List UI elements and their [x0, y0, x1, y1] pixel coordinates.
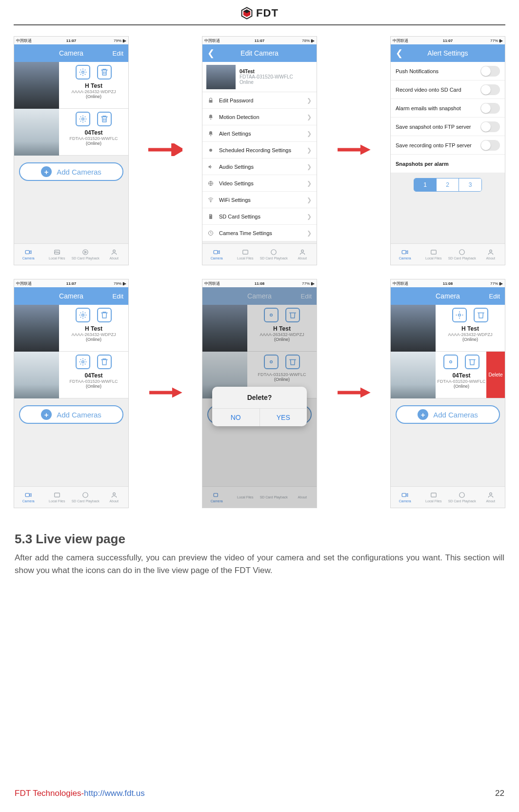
tab-about[interactable]: About [100, 487, 129, 508]
chevron-right-icon: ❯ [307, 130, 312, 137]
gear-icon[interactable] [76, 308, 90, 322]
alert-row-record[interactable]: Record video onto SD Card [391, 80, 505, 99]
nav-edit-button[interactable]: Edit [113, 50, 123, 57]
dialog-no-button[interactable]: NO [212, 409, 260, 426]
setting-wifi-settings[interactable]: WiFi Settings❯ [202, 192, 317, 208]
svg-point-17 [301, 250, 303, 252]
toggle-switch[interactable] [480, 84, 500, 95]
status-bar: 中国联通 11:07 78% ▮▸ [202, 37, 317, 44]
trash-icon[interactable] [474, 308, 488, 322]
tab-camera[interactable]: Camera [14, 244, 43, 265]
nav-edit-button[interactable]: Edit [489, 293, 500, 300]
camera-card[interactable]: 04Test FDTAA-031520-WWFLC (Online) [14, 109, 128, 156]
setting-audio-settings[interactable]: Audio Settings❯ [202, 158, 317, 175]
nav-edit-button[interactable]: Edit [113, 293, 123, 300]
svg-point-23 [489, 250, 492, 252]
toggle-switch[interactable] [480, 140, 500, 151]
seg-option-1[interactable]: 1 [414, 178, 437, 191]
gear-icon[interactable] [443, 355, 458, 369]
delete-button[interactable]: Delete [486, 352, 505, 398]
toggle-switch[interactable] [480, 121, 500, 132]
tab-sdcard-playback[interactable]: SD Card Playback [71, 244, 100, 265]
camera-thumbnail[interactable] [14, 305, 59, 352]
footer-left: FDT Technologies-http://www.fdt.us [15, 789, 145, 798]
setting-sdcard-settings[interactable]: SD Card Settings❯ [202, 208, 317, 225]
setting-alert-settings[interactable]: Alert Settings❯ [202, 125, 317, 142]
trash-icon[interactable] [465, 355, 479, 369]
tab-local-files[interactable]: Local Files [43, 487, 72, 508]
add-cameras-button[interactable]: + Add Cameras [19, 162, 123, 181]
trash-icon[interactable] [97, 308, 112, 322]
trash-icon[interactable] [97, 112, 112, 126]
speaker-icon [207, 164, 214, 170]
status-bar: 中国联通 11:07 79% ▮▸ [14, 279, 128, 287]
camera-name: H Test [85, 82, 102, 89]
phone-edit-camera: 中国联通 11:07 78% ▮▸ ❮ Edit Camera 04Test F… [202, 36, 317, 265]
tab-camera[interactable]: Camera [14, 487, 43, 508]
toggle-switch[interactable] [480, 103, 500, 114]
svg-rect-20 [402, 251, 406, 254]
seg-option-2[interactable]: 2 [437, 178, 459, 191]
record-icon [207, 147, 214, 153]
add-cameras-button[interactable]: +Add Cameras [19, 405, 123, 424]
tab-camera[interactable]: Camera [391, 487, 419, 508]
bell-icon [207, 114, 214, 120]
camera-card[interactable]: 04Test FDTAA-031520-WWFLC (Online) [14, 352, 128, 398]
arrow-icon [337, 143, 371, 158]
add-cameras-button[interactable]: +Add Cameras [396, 405, 500, 424]
alert-body: Push Notifications Record video onto SD … [391, 62, 505, 243]
tab-sdcard-playback[interactable]: SD Card Playback [448, 487, 477, 508]
tab-sdcard-playback[interactable]: SD Card Playback [260, 244, 288, 265]
snapshots-segment[interactable]: 1 2 3 [414, 178, 482, 192]
trash-icon[interactable] [97, 65, 112, 79]
camera-card[interactable]: H Test AAAA-263432-WDPZJ (Online) [14, 305, 128, 352]
tab-local-files[interactable]: Local Files [419, 244, 448, 265]
tab-about[interactable]: About [477, 487, 505, 508]
svg-point-4 [82, 118, 84, 120]
nav-edit-button[interactable]: Edit [301, 293, 312, 300]
camera-id: FDTAA-031520-WWFLC [70, 136, 118, 141]
camera-thumbnail[interactable] [14, 352, 59, 398]
camera-card[interactable]: H Test AAAA-263432-WDPZJ (Online) [391, 305, 505, 352]
alert-row-ftp-snap[interactable]: Save snapshot onto FTP server [391, 118, 505, 136]
tab-sdcard-playback[interactable]: SD Card Playback [448, 244, 477, 265]
seg-option-3[interactable]: 3 [459, 178, 481, 191]
tab-sdcard-playback[interactable]: SD Card Playback [71, 487, 100, 508]
tab-about[interactable]: About [100, 244, 129, 265]
camera-thumbnail[interactable] [391, 305, 436, 352]
tab-local-files[interactable]: Local Files [419, 487, 448, 508]
gear-icon[interactable] [76, 112, 90, 126]
setting-camera-time[interactable]: Camera Time Settings❯ [202, 225, 317, 241]
tab-local-files[interactable]: Local Files [43, 244, 72, 265]
alert-row-push[interactable]: Push Notifications [391, 62, 505, 80]
trash-icon[interactable] [97, 355, 112, 369]
setting-video-settings[interactable]: Video Settings❯ [202, 175, 317, 192]
back-button[interactable]: ❮ [396, 49, 403, 58]
camera-thumbnail[interactable] [14, 109, 59, 156]
toggle-switch[interactable] [480, 66, 500, 77]
svg-point-3 [82, 71, 84, 74]
alert-row-email[interactable]: Alarm emails with snapshot [391, 99, 505, 118]
tab-camera[interactable]: Camera [391, 244, 419, 265]
alert-row-ftp-rec[interactable]: Save recording onto FTP server [391, 136, 505, 155]
back-button[interactable]: ❮ [207, 49, 215, 58]
gear-icon[interactable] [76, 65, 90, 79]
tab-about[interactable]: About [288, 244, 317, 265]
camera-name: 04Test [240, 69, 293, 74]
svg-rect-40 [431, 493, 437, 497]
setting-motion-detection[interactable]: Motion Detection❯ [202, 109, 317, 125]
gear-icon[interactable] [452, 308, 467, 322]
svg-rect-26 [25, 494, 29, 497]
camera-card-swiped[interactable]: 04Test FDTAA-031520-WWFLC (Online) Delet… [391, 352, 505, 398]
setting-edit-password[interactable]: Edit Password❯ [202, 92, 317, 109]
chevron-right-icon: ❯ [307, 163, 312, 170]
camera-card[interactable]: H Test AAAA-263432-WDPZJ (Online) [14, 62, 128, 109]
setting-scheduled-recording[interactable]: Scheduled Recording Settings❯ [202, 142, 317, 158]
tab-camera[interactable]: Camera [202, 244, 231, 265]
svg-point-32 [270, 314, 273, 317]
gear-icon[interactable] [76, 355, 90, 369]
tab-about[interactable]: About [477, 244, 505, 265]
tab-local-files[interactable]: Local Files [231, 244, 260, 265]
dialog-yes-button[interactable]: YES [260, 409, 307, 426]
camera-thumbnail[interactable] [14, 62, 59, 109]
